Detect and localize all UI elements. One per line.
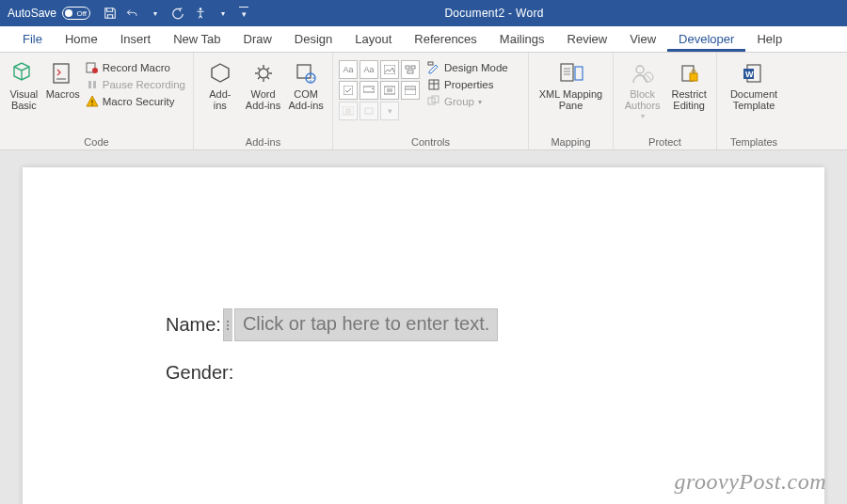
tab-review[interactable]: Review	[556, 27, 619, 52]
warning-icon	[86, 95, 99, 108]
legacy-dropdown-icon[interactable]: ▾	[380, 102, 399, 120]
properties-icon	[427, 78, 440, 91]
group-mapping: XML Mapping Pane Mapping	[529, 53, 614, 150]
dropdown-control-icon[interactable]	[380, 81, 399, 100]
name-row: Name: Click or tap here to enter text.	[166, 308, 683, 341]
quick-access-toolbar: ▾ ▾ ▾	[98, 7, 254, 20]
svg-rect-20	[365, 108, 373, 114]
svg-point-0	[200, 8, 202, 10]
window-title: Document2 - Word	[254, 7, 734, 20]
tab-developer[interactable]: Developer	[667, 27, 745, 52]
addins-button[interactable]: Add- ins	[200, 56, 241, 115]
repeating-control-icon[interactable]	[339, 102, 358, 120]
word-document-icon: W	[741, 60, 767, 87]
toggle-off-icon: Off	[62, 7, 90, 20]
tab-draw[interactable]: Draw	[232, 27, 283, 52]
group-label: Mapping	[535, 134, 607, 148]
tab-insert[interactable]: Insert	[109, 27, 163, 52]
group-label: Code	[6, 134, 187, 148]
svg-point-8	[259, 69, 268, 78]
plain-text-control-icon[interactable]: Aa	[360, 60, 378, 79]
group-label: Controls	[339, 134, 522, 148]
restrict-editing-button[interactable]: Restrict Editing	[667, 56, 711, 115]
tab-new-tab[interactable]: New Tab	[162, 27, 232, 52]
ribbon-tabs: File Home Insert New Tab Draw Design Lay…	[0, 26, 847, 53]
autosave-label: AutoSave	[8, 7, 56, 20]
document-area: Name: Click or tap here to enter text. G…	[0, 150, 847, 504]
name-label: Name:	[166, 314, 221, 336]
checkbox-control-icon[interactable]	[339, 81, 358, 100]
svg-rect-26	[575, 67, 583, 80]
picture-control-icon[interactable]	[380, 60, 399, 79]
gender-row: Gender:	[166, 362, 683, 384]
date-picker-control-icon[interactable]	[401, 81, 420, 100]
group-templates: W Document Template Templates	[717, 53, 791, 150]
legacy-tools-icon[interactable]	[360, 102, 378, 120]
building-block-control-icon[interactable]	[401, 60, 420, 79]
ribbon: Visual Basic Macros Record Macro Pause R…	[0, 53, 847, 150]
tab-design[interactable]: Design	[283, 27, 344, 52]
record-macro-button[interactable]: Record Macro	[84, 60, 187, 75]
svg-rect-6	[91, 100, 92, 103]
tab-references[interactable]: References	[403, 27, 487, 52]
svg-rect-13	[411, 66, 415, 69]
tab-home[interactable]: Home	[54, 27, 109, 52]
addins-icon	[207, 60, 233, 87]
macro-security-button[interactable]: Macro Security	[84, 94, 187, 109]
pause-recording-button: Pause Recording	[84, 77, 187, 92]
word-addins-button[interactable]: Word Add-ins	[243, 56, 284, 115]
svg-rect-4	[88, 81, 91, 88]
tab-file[interactable]: File	[11, 27, 54, 52]
svg-rect-15	[344, 86, 353, 95]
svg-rect-5	[93, 81, 96, 88]
document-template-button[interactable]: W Document Template	[723, 56, 785, 115]
svg-rect-1	[54, 64, 69, 83]
tab-layout[interactable]: Layout	[344, 27, 403, 52]
properties-button[interactable]: Properties	[425, 77, 510, 92]
rich-text-control-icon[interactable]: Aa	[339, 60, 358, 79]
com-addins-icon	[293, 60, 319, 87]
autosave-toggle[interactable]: AutoSave Off	[0, 7, 98, 20]
gender-label: Gender:	[166, 362, 233, 384]
page[interactable]: Name: Click or tap here to enter text. G…	[23, 167, 824, 504]
record-icon	[86, 61, 99, 74]
macros-button[interactable]: Macros	[44, 56, 82, 103]
chevron-down-icon[interactable]: ▾	[149, 7, 162, 20]
group-label: Templates	[723, 134, 785, 148]
svg-rect-25	[561, 64, 573, 81]
save-icon[interactable]	[104, 7, 117, 20]
svg-rect-17	[384, 87, 395, 94]
svg-rect-12	[406, 66, 409, 69]
design-mode-button[interactable]: Design Mode	[425, 60, 510, 75]
group-icon	[427, 95, 440, 108]
redo-icon[interactable]	[171, 7, 184, 20]
accessibility-icon[interactable]	[194, 7, 207, 20]
undo-icon[interactable]	[126, 7, 139, 20]
visual-basic-button[interactable]: Visual Basic	[6, 56, 42, 115]
tab-help[interactable]: Help	[745, 27, 793, 52]
tab-mailings[interactable]: Mailings	[488, 27, 556, 52]
qat-customize-icon[interactable]: ▾	[239, 7, 248, 20]
xml-mapping-button[interactable]: XML Mapping Pane	[535, 56, 607, 115]
chevron-down-icon[interactable]: ▾	[216, 7, 230, 20]
controls-gallery: Aa Aa ▾	[339, 56, 420, 120]
gear-icon	[250, 60, 277, 87]
chevron-down-icon: ▾	[641, 113, 645, 121]
chevron-down-icon: ▾	[478, 98, 482, 106]
com-addins-button[interactable]: COM Add-ins	[285, 56, 327, 115]
group-label: Add-ins	[200, 134, 327, 148]
svg-rect-9	[297, 65, 311, 78]
combobox-control-icon[interactable]	[360, 81, 378, 100]
pause-icon	[86, 78, 99, 91]
name-content-control[interactable]: Click or tap here to enter text.	[234, 308, 498, 341]
design-mode-icon	[427, 61, 440, 74]
svg-text:W: W	[745, 70, 754, 79]
group-button: Group ▾	[425, 94, 510, 109]
svg-rect-30	[690, 73, 697, 81]
group-addins: Add- ins Word Add-ins COM Add-ins Add-in…	[194, 53, 333, 150]
content-control-handle[interactable]	[223, 308, 232, 341]
macros-icon	[50, 60, 76, 87]
group-protect: Block Authors ▾ Restrict Editing Protect	[614, 53, 717, 150]
watermark: groovyPost.com	[675, 469, 826, 495]
tab-view[interactable]: View	[618, 27, 667, 52]
